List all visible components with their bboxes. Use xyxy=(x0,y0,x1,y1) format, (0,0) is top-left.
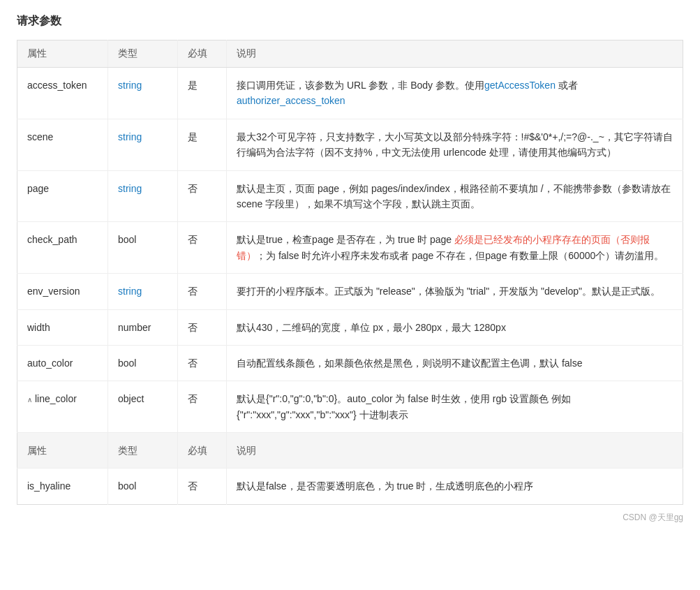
cell-attr: page xyxy=(17,170,108,222)
sub-cell-type: bool xyxy=(108,469,178,504)
table-row: widthnumber否默认430，二维码的宽度，单位 px，最小 280px，… xyxy=(17,309,683,345)
cell-desc: 最大32个可见字符，只支持数字，大小写英文以及部分特殊字符：!#$&'0*+,/… xyxy=(227,119,683,170)
header-type: 类型 xyxy=(108,40,178,68)
cell-type: object xyxy=(108,381,178,433)
cell-required: 否 xyxy=(178,345,227,381)
cell-attr: scene xyxy=(17,119,108,170)
cell-type: bool xyxy=(108,222,178,274)
cell-desc: 默认是true，检查page 是否存在，为 true 时 page 必须是已经发… xyxy=(227,222,683,274)
table-row: pagestring否默认是主页，页面 page，例如 pages/index/… xyxy=(17,170,683,222)
table-row: ∧ line_colorobject否默认是{"r":0,"g":0,"b":0… xyxy=(17,381,683,433)
getaccesstoken-link[interactable]: getAccessToken xyxy=(484,80,556,91)
table-row: env_versionstring否要打开的小程序版本。正式版为 "releas… xyxy=(17,274,683,309)
cell-required: 否 xyxy=(178,381,227,433)
sub-cell-required: 否 xyxy=(178,469,227,504)
cell-attr: ∧ line_color xyxy=(17,381,108,433)
cell-required: 否 xyxy=(178,309,227,345)
cell-required: 否 xyxy=(178,170,227,222)
collapse-icon[interactable]: ∧ xyxy=(27,394,32,406)
header-attr: 属性 xyxy=(17,40,108,68)
sub-header-cell: 必填 xyxy=(178,433,227,469)
cell-type: string xyxy=(108,68,178,119)
cell-attr: width xyxy=(17,309,108,345)
cell-attr: auto_color xyxy=(17,345,108,381)
page-title: 请求参数 xyxy=(17,14,683,29)
sub-cell-desc: 默认是false，是否需要透明底色，为 true 时，生成透明底色的小程序 xyxy=(227,469,683,504)
cell-desc: 接口调用凭证，该参数为 URL 参数，非 Body 参数。使用getAccess… xyxy=(227,68,683,119)
cell-attr: check_path xyxy=(17,222,108,274)
cell-type: string xyxy=(108,119,178,170)
sub-header-cell: 说明 xyxy=(227,433,683,469)
sub-cell-attr: is_hyaline xyxy=(17,469,108,504)
table-row: access_tokenstring是接口调用凭证，该参数为 URL 参数，非 … xyxy=(17,68,683,119)
cell-desc: 默认是{"r":0,"g":0,"b":0}。auto_color 为 fals… xyxy=(227,381,683,433)
table-row: scenestring是最大32个可见字符，只支持数字，大小写英文以及部分特殊字… xyxy=(17,119,683,170)
cell-type: bool xyxy=(108,345,178,381)
cell-attr: access_token xyxy=(17,68,108,119)
cell-required: 是 xyxy=(178,68,227,119)
authorizer-link[interactable]: authorizer_access_token xyxy=(237,95,345,106)
sub-table-header-row: 属性类型必填说明 xyxy=(17,433,683,469)
cell-attr: env_version xyxy=(17,274,108,309)
header-desc: 说明 xyxy=(227,40,683,68)
watermark: CSDN @天里gg xyxy=(17,512,683,524)
sub-table-row: is_hyalinebool否默认是false，是否需要透明底色，为 true … xyxy=(17,469,683,504)
cell-required: 否 xyxy=(178,274,227,309)
cell-desc: 默认430，二维码的宽度，单位 px，最小 280px，最大 1280px xyxy=(227,309,683,345)
cell-required: 否 xyxy=(178,222,227,274)
header-required: 必填 xyxy=(178,40,227,68)
cell-type: number xyxy=(108,309,178,345)
cell-type: string xyxy=(108,170,178,222)
cell-type: string xyxy=(108,274,178,309)
table-row: check_pathbool否默认是true，检查page 是否存在，为 tru… xyxy=(17,222,683,274)
params-table: 属性 类型 必填 说明 access_tokenstring是接口调用凭证，该参… xyxy=(17,40,683,505)
cell-required: 是 xyxy=(178,119,227,170)
cell-desc: 自动配置线条颜色，如果颜色依然是黑色，则说明不建议配置主色调，默认 false xyxy=(227,345,683,381)
cell-desc: 要打开的小程序版本。正式版为 "release"，体验版为 "trial"，开发… xyxy=(227,274,683,309)
cell-desc: 默认是主页，页面 page，例如 pages/index/index，根路径前不… xyxy=(227,170,683,222)
table-row: auto_colorbool否自动配置线条颜色，如果颜色依然是黑色，则说明不建议… xyxy=(17,345,683,381)
sub-header-cell: 属性 xyxy=(17,433,108,469)
table-header-row: 属性 类型 必填 说明 xyxy=(17,40,683,68)
sub-header-cell: 类型 xyxy=(108,433,178,469)
